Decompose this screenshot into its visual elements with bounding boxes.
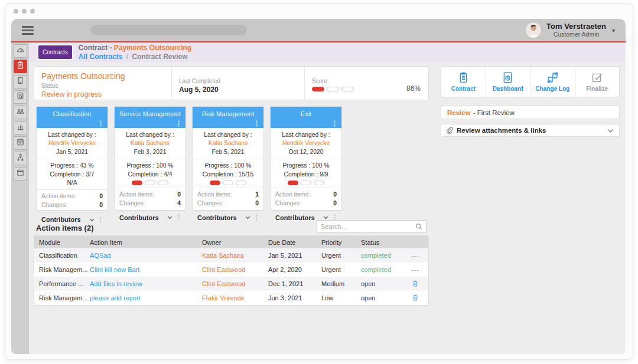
review-attachments-expander[interactable]: Review attachments & links [441,124,620,137]
chevron-down-icon [89,217,95,223]
chevron-down-icon[interactable]: ▾ [612,27,615,34]
col-due-date[interactable]: Due Date [267,239,320,246]
window-icon [16,168,25,179]
col-priority[interactable]: Priority [320,239,360,246]
score-pill [223,181,233,185]
org-network-icon [16,153,25,164]
module-score-pills [272,181,340,185]
last-changed-label: Last changed by : [38,131,106,139]
kebab-menu-icon[interactable]: ⋮ [97,216,104,224]
module-progress: Progress : 43 % [38,162,106,170]
last-changed-date: Feb 5, 2021 [194,148,262,156]
changes-count: 0 [99,201,103,210]
window-dot-icon[interactable] [14,9,18,14]
sidebar-item-team[interactable] [14,106,27,119]
kebab-menu-icon[interactable]: ⋮ [97,120,104,127]
cell-priority: Medium [320,280,360,287]
team-users-icon [16,107,25,118]
row-action-dashes: --- [402,252,428,259]
module-title: Classification [37,107,108,117]
sidebar-item-org-network[interactable] [14,152,27,165]
action-items-title: Action items (2) [36,224,94,232]
col-module[interactable]: Module [34,239,89,246]
kebab-menu-icon[interactable]: ⋮ [253,120,260,127]
chevron-down-icon [245,214,251,221]
contracts-badge[interactable]: Contracts [38,45,72,59]
finalize-button[interactable]: Finalize [575,67,620,97]
review-label: Review [447,109,471,116]
action-item-link[interactable]: Clint kill now Bart [89,266,201,273]
cell-owner: Clint Eastwood [201,266,267,273]
chevron-down-icon[interactable] [607,127,614,135]
trash-icon[interactable] [412,294,419,301]
last-changed-label: Last changed by : [116,131,184,139]
modules-row: Classification⋮ Last changed by :Hendrik… [36,106,429,211]
sidebar-item-assets[interactable] [14,90,27,104]
kebab-menu-icon[interactable]: ⋮ [253,214,260,221]
hamburger-menu-icon[interactable] [22,26,34,35]
user-role: Customer Admin [554,31,600,38]
action-item-link[interactable]: AQSad [89,252,201,259]
col-status[interactable]: Status [360,239,402,246]
sidebar-item-portal[interactable] [14,167,27,181]
cell-due-date: Dec 1, 2021 [267,280,320,287]
cell-due-date: Apr 2, 2020 [267,266,320,273]
sidebar-item-analytics[interactable] [14,121,27,135]
sidebar-item-calendar[interactable] [14,136,27,150]
table-row: Risk Managem... please add report Ffakir… [34,291,428,305]
status-value: Review in progress [41,90,171,99]
kebab-menu-icon[interactable]: ⋮ [175,120,182,127]
module-card-classification: Classification⋮ Last changed by :Hendrik… [36,106,108,211]
col-action-item[interactable]: Action Item [89,239,201,246]
dashboard-button[interactable]: Dashboard [486,67,530,97]
action-item-link[interactable]: please add report [89,294,201,301]
window-dot-icon[interactable] [30,9,35,14]
chevron-down-icon [167,214,173,221]
action-item-link[interactable]: Add files in review [89,280,201,287]
kebab-menu-icon[interactable]: ⋮ [175,214,182,221]
main-area: Contracts Contract - Payments Outsourcin… [29,42,626,354]
contributors-expander[interactable]: Contributors⋮ [115,211,185,224]
change-log-icon [546,71,559,84]
breadcrumb-link-all-contracts[interactable]: All Contracts [79,53,123,61]
sidebar-item-contracts[interactable] [14,60,27,73]
breadcrumb-separator: / [126,53,128,61]
module-progress: Progress : 100 % [116,162,184,170]
search-icon [415,223,422,230]
cell-owner: Katia Sachans [201,252,267,259]
sidebar-item-organization[interactable] [14,75,27,88]
kebab-menu-icon[interactable]: ⋮ [331,120,338,127]
changes-count: 0 [255,199,259,208]
contract-overview-card: Payments Outsourcing Status Review in pr… [34,66,429,100]
cell-owner: Ffakir Vrirende [201,294,267,301]
cell-priority: Urgent [320,266,360,273]
module-card-risk-management: Risk Management⋮ Last changed by :Katia … [192,106,264,211]
finalize-checkbox-icon [591,71,603,84]
score-pill [314,181,324,185]
score-pill [210,181,220,185]
module-title: Service Management [115,107,185,117]
module-progress: Progress : 100 % [272,162,340,170]
module-completion: Completion : 3/7 [38,170,106,179]
col-owner[interactable]: Owner [201,239,267,246]
status-badge: completed [360,252,402,259]
trash-icon[interactable] [412,280,419,287]
building-icon [16,76,25,87]
contract-button[interactable]: Contract [441,67,486,97]
status-badge: completed [360,266,402,273]
module-score-pills [116,181,184,185]
dashboard-document-icon [502,71,514,84]
action-items-count: 0 [333,191,337,199]
search-input[interactable] [321,223,415,230]
sidebar-item-dashboard[interactable] [14,44,27,58]
contributors-expander[interactable]: Contributors⋮ [193,211,263,224]
change-log-button[interactable]: Change Log [530,67,575,97]
breadcrumb-current: Contract Review [132,53,188,61]
cell-module: Performance ... [34,280,89,287]
window-dot-icon[interactable] [22,9,27,14]
breadcrumb-title: Contract - Payments Outsourcing [79,44,191,53]
action-items-count: 0 [99,192,103,201]
changes-label: Changes: [41,201,67,210]
calendar-icon [16,137,25,149]
user-menu[interactable]: Tom Verstraeten Customer Admin ▾ [525,22,615,38]
